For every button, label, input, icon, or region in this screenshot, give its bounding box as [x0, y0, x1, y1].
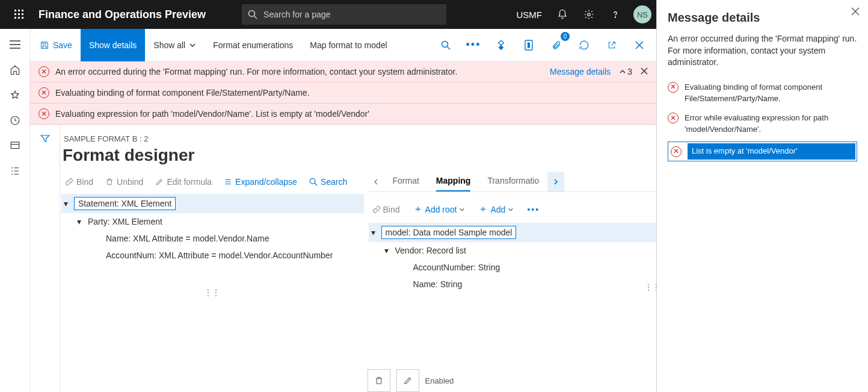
refresh-icon[interactable] [573, 34, 595, 56]
message-details-panel: Message details An error occurred during… [656, 0, 868, 392]
vertical-splitter-icon[interactable]: ⋮⋮ [60, 288, 364, 297]
message-item-3-selected[interactable]: ✕ List is empty at 'model/Vendor' [668, 142, 857, 161]
star-icon[interactable] [8, 88, 22, 102]
search-action-icon[interactable] [435, 34, 457, 56]
gear-icon[interactable] [577, 2, 601, 26]
hamburger-icon[interactable] [8, 37, 22, 52]
tree-node-name[interactable]: Name: XML Attribute = model.Vendor.Name [61, 230, 364, 247]
tab-next-icon[interactable] [547, 172, 564, 191]
message-details-link[interactable]: Message details [550, 67, 611, 76]
unbind-button[interactable]: Unbind [100, 175, 148, 189]
home-icon[interactable] [8, 63, 22, 77]
mapping-bind-button[interactable]: Bind [368, 202, 405, 217]
svg-rect-7 [18, 17, 20, 19]
format-tree-pane: Bind Unbind Edit formula Expand/col [60, 172, 364, 392]
left-nav-rail [0, 29, 30, 392]
error-icon: ✕ [671, 146, 682, 157]
pencil-icon [155, 178, 164, 186]
show-all-button[interactable]: Show all [145, 29, 205, 61]
app-launcher-icon[interactable] [5, 10, 34, 19]
svg-point-9 [249, 11, 255, 17]
svg-rect-2 [22, 10, 23, 11]
list-icon [224, 178, 232, 186]
svg-line-10 [254, 16, 257, 19]
svg-rect-5 [22, 13, 23, 15]
main-content-area: Save Show details Show all Format enumer… [30, 29, 656, 392]
message-item-2[interactable]: ✕ Error while evaluating expression for … [668, 110, 857, 142]
format-designer-area: SAMPLE FORMAT B : 2 Format designer Bind… [30, 125, 656, 392]
format-enumerations-button[interactable]: Format enumerations [205, 29, 301, 61]
search-placeholder: Search for a page [263, 10, 330, 19]
error-text: An error occurred during the 'Format map… [55, 67, 457, 76]
diamond-icon[interactable] [490, 34, 512, 56]
message-item-1[interactable]: ✕ Evaluating binding of format component… [668, 79, 857, 111]
map-format-to-model-button[interactable]: Map format to model [301, 29, 395, 61]
save-button[interactable]: Save [40, 29, 81, 61]
tree-node-accountnum[interactable]: AccountNum: XML Attribute = model.Vendor… [61, 247, 364, 264]
expand-collapse-button[interactable]: Expand/collapse [219, 175, 302, 189]
edit-formula-button[interactable]: Edit formula [150, 175, 217, 189]
edit-property-button[interactable] [396, 369, 419, 392]
delete-property-button[interactable] [368, 369, 390, 392]
add-root-button[interactable]: ＋ Add root [408, 201, 470, 218]
tab-transformations[interactable]: Transformatio [479, 172, 547, 191]
trash-icon [374, 376, 384, 385]
legal-entity-label[interactable]: USMF [511, 10, 549, 20]
collapse-messages-icon[interactable]: 3 [619, 67, 632, 76]
product-brand: Finance and Operations Preview [34, 8, 206, 21]
svg-point-20 [310, 178, 315, 184]
tree-node-name[interactable]: Name: String [369, 276, 656, 293]
error-message-banners: ✕ An error occurred during the 'Format m… [30, 61, 656, 125]
tree-node-vendor[interactable]: ▾ Vendor: Record list [369, 242, 656, 259]
mapping-tree: ▾ model: Data model Sample model ▾ Vendo… [368, 223, 656, 293]
panel-title: Message details [668, 11, 857, 25]
search-button[interactable]: Search [304, 175, 352, 189]
property-label: Enabled [425, 376, 454, 385]
error-icon: ✕ [668, 113, 679, 123]
filter-icon[interactable] [40, 133, 51, 392]
help-icon[interactable] [603, 2, 627, 26]
global-search-input[interactable]: Search for a page [242, 4, 446, 25]
svg-point-11 [588, 13, 591, 16]
action-bar: Save Show details Show all Format enumer… [30, 29, 656, 61]
modules-icon[interactable] [8, 164, 22, 178]
tree-node-statement[interactable]: ▾ Statement: XML Element [61, 194, 364, 213]
more-icon[interactable]: ••• [522, 202, 544, 217]
dismiss-messages-icon[interactable] [641, 67, 648, 76]
svg-rect-18 [499, 45, 503, 49]
svg-rect-4 [18, 13, 20, 15]
attachments-button[interactable]: 0 [546, 34, 567, 56]
close-panel-icon[interactable] [851, 7, 860, 18]
error-text: Evaluating binding of format component F… [55, 88, 310, 98]
error-icon: ✕ [38, 108, 49, 119]
svg-point-12 [615, 17, 615, 17]
search-icon [248, 10, 257, 19]
chevron-down-icon [459, 207, 465, 213]
add-button[interactable]: ＋ Add [473, 201, 519, 218]
more-actions-icon[interactable]: ••• [463, 34, 484, 56]
bind-button[interactable]: Bind [60, 175, 98, 189]
tab-mapping[interactable]: Mapping [428, 172, 479, 191]
office-icon[interactable] [518, 34, 540, 56]
notifications-icon[interactable] [550, 2, 574, 26]
svg-rect-14 [11, 142, 19, 149]
show-details-button[interactable]: Show details [81, 29, 145, 61]
recent-icon[interactable] [8, 113, 22, 128]
error-banner-1: ✕ An error occurred during the 'Format m… [30, 61, 656, 82]
svg-point-15 [442, 41, 448, 47]
workspaces-icon[interactable] [8, 138, 22, 153]
close-page-icon[interactable] [629, 34, 650, 56]
user-avatar[interactable]: NS [633, 5, 651, 23]
tab-format[interactable]: Format [384, 172, 428, 191]
tree-node-accountnumber[interactable]: AccountNumber: String [369, 259, 656, 276]
error-icon: ✕ [668, 82, 679, 93]
chevron-down-icon [508, 207, 514, 213]
tree-node-model[interactable]: ▾ model: Data model Sample model [369, 223, 656, 242]
error-text: Evaluating expression for path 'model/Ve… [55, 109, 369, 119]
tab-prev-icon[interactable] [368, 172, 384, 191]
pane-tabs: Format Mapping Transformatio [368, 172, 656, 192]
search-icon [309, 178, 318, 186]
popout-icon[interactable] [601, 34, 623, 56]
svg-rect-8 [22, 17, 23, 19]
tree-node-party[interactable]: ▾ Party: XML Element [61, 213, 364, 230]
